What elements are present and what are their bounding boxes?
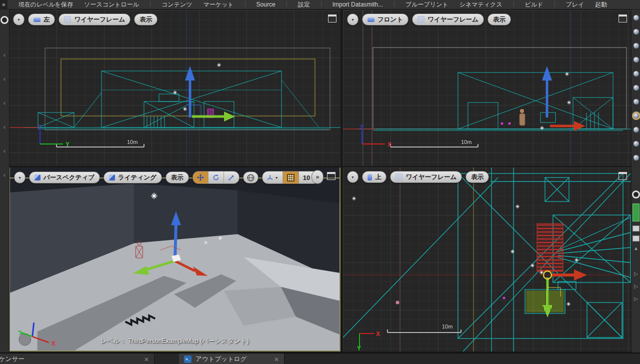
viewport-options-dropdown[interactable]: ▼ (13, 14, 24, 26)
view-mode-button[interactable]: ワイヤーフレーム (412, 14, 484, 26)
view-mode-button[interactable]: ライティング (104, 172, 162, 184)
view-mode-label: ワイヤーフレーム (406, 173, 456, 182)
translate-gizmo[interactable] (542, 66, 585, 131)
world-local-toggle-button[interactable] (243, 172, 258, 184)
axis-x-label: X (51, 340, 56, 347)
left-panel-edge: ‹ ‹ ‹ ‹ ‹ ‹ (0, 9, 10, 352)
right-panel-icon[interactable] (634, 155, 639, 160)
show-flags-button[interactable]: 表示 (134, 14, 158, 26)
expander-up-icon[interactable]: ▲ (634, 246, 638, 251)
show-flags-button[interactable]: 表示 (166, 172, 189, 184)
maximize-viewport-icon[interactable] (618, 172, 627, 180)
axis-indicator: X Y (357, 330, 380, 352)
grid-snap-toggle-button[interactable] (283, 172, 299, 184)
viewport-options-dropdown[interactable]: ▼ (347, 171, 358, 183)
menu-source[interactable]: Source (256, 1, 276, 8)
view-mode-label: ワイヤーフレーム (428, 16, 478, 24)
level-wireframe (23, 71, 340, 129)
right-panel-icon[interactable] (634, 71, 639, 76)
maximize-viewport-icon[interactable] (618, 14, 627, 22)
axis-z-label: Z (360, 124, 364, 130)
viewport-perspective: X ▼ パースペクティブ ライティング 表示 (9, 168, 340, 352)
expander-right-icon[interactable]: ▷ (634, 271, 638, 276)
level-wireframe (357, 72, 631, 130)
grid-snap-icon (287, 174, 294, 182)
axis-x-label: X (376, 330, 380, 338)
collapsed-tab-chevron-icon[interactable]: ‹ (4, 52, 6, 58)
collapsed-tab-chevron-icon[interactable]: ‹ (4, 76, 6, 82)
menu-content[interactable]: コンテンツ (162, 0, 192, 9)
nav-point (503, 297, 506, 300)
wireframe-icon (396, 174, 402, 180)
lit-cube-icon (109, 174, 115, 180)
view-type-button[interactable]: フロント (362, 14, 408, 26)
menu-build[interactable]: ビルド (525, 0, 544, 9)
surface-snap-button[interactable]: ▼ (262, 172, 283, 184)
menu-cinematics[interactable]: シネマティクス (460, 0, 502, 9)
left-viewport-canvas[interactable]: 10m Z Y (9, 10, 340, 166)
viewport-options-dropdown[interactable]: ▼ (347, 14, 358, 26)
scale-tool-button[interactable] (224, 172, 239, 184)
translate-tool-button[interactable] (193, 172, 208, 184)
character-mannequin[interactable] (520, 109, 525, 126)
right-panel-icon[interactable] (634, 43, 639, 48)
viewport-options-dropdown[interactable]: ▼ (14, 172, 26, 184)
view-mode-button[interactable]: ワイヤーフレーム (58, 14, 130, 26)
menu-source-control[interactable]: ソースコントロール (84, 0, 139, 9)
rotate-tool-button[interactable] (208, 172, 224, 184)
view-mode-button[interactable]: ワイヤーフレーム (390, 171, 462, 183)
right-panel-icon[interactable] (634, 15, 639, 20)
right-panel-icon-highlighted[interactable] (634, 113, 639, 118)
toolbar-overflow-button[interactable]: » (312, 170, 324, 184)
menu-separator (286, 2, 287, 8)
help-icon[interactable] (632, 190, 640, 198)
top-viewport-canvas[interactable]: 10m X Y (343, 168, 631, 352)
view-type-button[interactable]: パースペクティブ (29, 172, 100, 184)
nav-point (501, 122, 504, 125)
collapsed-tab-chevron-icon[interactable]: ‹ (4, 172, 6, 178)
menu-launch[interactable]: 起動 (595, 0, 607, 9)
selected-brush-hatch[interactable] (537, 224, 563, 272)
menu-play[interactable]: プレイ (566, 0, 584, 9)
menu-blueprints[interactable]: ブループリント (406, 0, 448, 9)
right-panel-icon[interactable] (634, 57, 639, 62)
tab-output-log[interactable]: >_ アウトプットログ ✕ (179, 354, 285, 364)
right-panel-icon[interactable] (634, 99, 639, 104)
perspective-viewport-canvas[interactable]: X (10, 168, 340, 350)
collapsed-tab-chevron-icon[interactable]: ‹ (4, 148, 6, 154)
menu-separator (321, 2, 322, 8)
console-icon: >_ (184, 356, 192, 363)
right-panel-icon[interactable] (634, 127, 639, 132)
right-panel-button[interactable] (632, 236, 640, 242)
expander-right-icon[interactable]: ▷ (634, 296, 638, 302)
right-panel-icon[interactable] (634, 141, 639, 146)
expander-right-icon[interactable]: ▷ (634, 284, 638, 289)
menu-separator (150, 2, 150, 8)
show-flags-button[interactable]: 表示 (488, 14, 511, 26)
close-tab-icon[interactable]: ✕ (274, 356, 279, 363)
view-type-button[interactable]: 上 (362, 171, 387, 183)
collapsed-tab-chevron-icon[interactable]: ‹ (4, 124, 6, 130)
menu-import-datasmith[interactable]: Import Datasmith... (332, 1, 383, 8)
toolbar-expand-chevron-icon[interactable]: » (0, 0, 8, 9)
menu-settings[interactable]: 設定 (298, 0, 310, 9)
level-wireframe (343, 168, 631, 352)
menu-marketplace[interactable]: マーケット (203, 0, 234, 9)
right-panel-button[interactable] (632, 226, 640, 232)
close-tab-icon[interactable]: ✕ (144, 356, 149, 363)
transform-tools-group (192, 171, 240, 184)
front-viewport-canvas[interactable]: 10m Z X (343, 10, 631, 166)
tab-sequencer[interactable]: ケンサー ✕ (0, 354, 155, 364)
menu-save-current-level[interactable]: 現在のレベルを保存 (18, 0, 73, 9)
view-mode-label: ワイヤーフレーム (74, 16, 125, 24)
right-panel-icon[interactable] (634, 85, 639, 90)
maximize-viewport-icon[interactable] (327, 172, 336, 180)
scale-bar (388, 330, 461, 332)
left-panel-ring-icon[interactable] (0, 16, 8, 24)
show-flags-button[interactable]: 表示 (466, 171, 489, 183)
collapsed-tab-chevron-icon[interactable]: ‹ (4, 100, 6, 106)
view-type-button[interactable]: 左 (28, 14, 56, 26)
right-panel-icon[interactable] (634, 29, 639, 34)
surface-snap-icon (266, 174, 274, 181)
maximize-viewport-icon[interactable] (328, 14, 336, 22)
